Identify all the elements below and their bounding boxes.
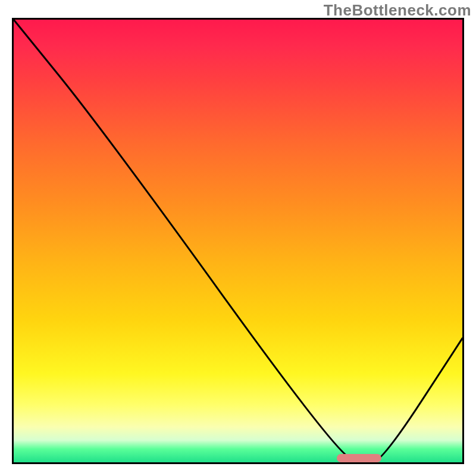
plot-area bbox=[12, 18, 464, 464]
optimum-marker bbox=[337, 454, 381, 462]
chart-frame: TheBottleneck.com bbox=[0, 0, 476, 476]
bottleneck-curve bbox=[14, 20, 462, 462]
watermark-text: TheBottleneck.com bbox=[324, 1, 471, 20]
curve-path bbox=[14, 20, 462, 462]
